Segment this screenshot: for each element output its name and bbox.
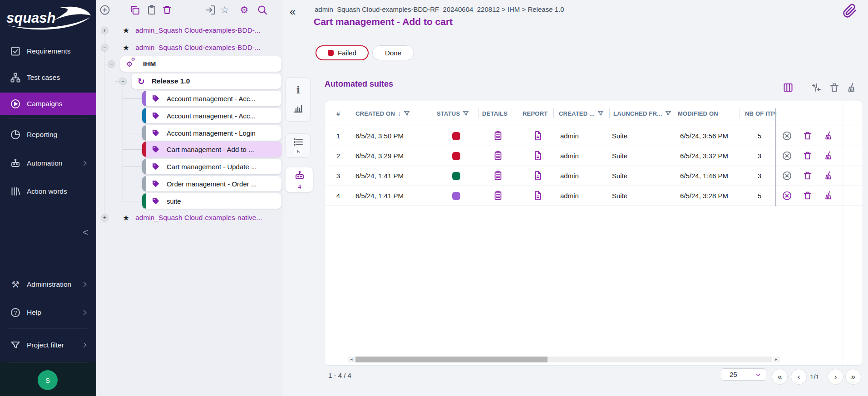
table-row[interactable]: 3 6/5/24, 1:41 PM admin Suite 6/5/24, 1:…: [325, 166, 863, 186]
page-size-select[interactable]: 25: [721, 368, 766, 381]
sidebar-item-project-filter[interactable]: Project filter: [0, 334, 96, 356]
clean-row-button[interactable]: [823, 171, 834, 181]
sidebar-item-requirements[interactable]: Requirements: [0, 40, 96, 62]
column-header-modified-on[interactable]: MODIFIED ON: [678, 101, 718, 126]
sort-desc-icon[interactable]: ↓: [398, 110, 401, 117]
table-row[interactable]: 2 6/5/24, 3:29 PM admin Suite 6/5/24, 3:…: [325, 146, 863, 166]
broom-clean-icon[interactable]: [846, 82, 857, 93]
tree-node-suite[interactable]: Account management - Acc...: [142, 91, 281, 106]
tree-node-iteration[interactable]: ↻ Release 1.0: [132, 73, 281, 89]
next-page-button[interactable]: ›: [828, 369, 843, 385]
delete-suites-icon[interactable]: [829, 82, 840, 93]
breadcrumb[interactable]: admin_Squash Cloud-examples-BDD-RF_20240…: [315, 5, 564, 13]
clean-row-button[interactable]: [823, 151, 834, 161]
prev-page-button[interactable]: ‹: [791, 369, 807, 385]
tree-node-folder[interactable]: ⚙⚙ IHM: [120, 56, 281, 72]
list-tab[interactable]: [293, 137, 304, 147]
tree-expander[interactable]: +: [101, 214, 108, 222]
stop-execution-button[interactable]: [781, 151, 792, 161]
favorite-toolbar-icon[interactable]: ☆: [219, 5, 230, 15]
details-button[interactable]: [493, 131, 503, 142]
stop-execution-button[interactable]: [781, 171, 792, 181]
tree-node-project[interactable]: ★ admin_Squash Cloud-examples-BDD-...: [110, 40, 261, 55]
tree-node-suite[interactable]: Account management - Login: [142, 125, 281, 141]
stop-execution-button[interactable]: [781, 131, 792, 142]
clean-row-button[interactable]: [823, 131, 834, 142]
clean-row-button[interactable]: [823, 191, 834, 201]
robot-tab-badge: 4: [286, 184, 314, 190]
add-node-button[interactable]: [99, 5, 110, 15]
status-done-button[interactable]: Done: [372, 45, 414, 60]
report-button[interactable]: [533, 131, 543, 142]
column-header-created-by[interactable]: CREATED ...: [559, 101, 604, 126]
report-button[interactable]: [533, 151, 543, 161]
column-header-details[interactable]: DETAILS: [482, 101, 508, 126]
filter-funnel-icon[interactable]: [665, 110, 671, 117]
delete-button[interactable]: [162, 5, 173, 15]
details-button[interactable]: [493, 171, 503, 181]
tree-node-project[interactable]: ★ admin_Squash Cloud-examples-BDD-...: [110, 23, 261, 38]
tree-node-suite[interactable]: Account management - Acc...: [142, 108, 281, 123]
first-page-button[interactable]: «: [772, 369, 788, 385]
table-row[interactable]: 4 6/5/24, 1:41 PM admin Suite 6/5/24, 3:…: [325, 186, 863, 206]
table-row[interactable]: 1 6/5/24, 3:50 PM admin Suite 6/5/24, 3:…: [325, 126, 863, 146]
robot-tab[interactable]: [294, 170, 305, 181]
export-button[interactable]: [205, 5, 216, 15]
scrollbar-left-arrow[interactable]: ◄: [348, 357, 355, 362]
horizontal-scrollbar-thumb[interactable]: [355, 357, 547, 362]
chart-tab[interactable]: [293, 103, 304, 114]
tree-node-suite-selected[interactable]: Cart management - Add to ...: [142, 142, 281, 157]
filter-funnel-icon[interactable]: [597, 110, 604, 117]
filter-funnel-icon[interactable]: [404, 110, 410, 117]
info-tab[interactable]: i: [293, 84, 304, 95]
status-failed-button[interactable]: Failed: [316, 45, 369, 60]
delete-row-button[interactable]: [802, 191, 813, 201]
tree-node-suite[interactable]: suite: [142, 193, 281, 209]
column-header-report[interactable]: REPORT: [523, 101, 547, 126]
sidebar-item-test-cases[interactable]: Test cases: [0, 67, 96, 88]
favorite-star-icon[interactable]: ★: [123, 43, 129, 53]
favorite-star-icon[interactable]: ★: [123, 213, 129, 223]
attachments-paperclip-icon[interactable]: [843, 4, 857, 18]
user-avatar[interactable]: S: [38, 370, 58, 390]
tree-expander[interactable]: −: [108, 60, 115, 68]
stop-execution-button[interactable]: [781, 191, 792, 201]
sidebar-item-administration[interactable]: ⚒ Administration: [0, 274, 96, 295]
tree-node-suite[interactable]: Order management - Order ...: [142, 176, 281, 191]
settings-gear-icon[interactable]: ⚙: [239, 5, 250, 15]
search-icon[interactable]: [257, 5, 268, 15]
report-button[interactable]: [533, 171, 543, 181]
tree-expander[interactable]: −: [101, 44, 108, 52]
favorite-star-icon[interactable]: ★: [123, 26, 129, 35]
columns-icon[interactable]: [783, 82, 794, 93]
delete-row-button[interactable]: [802, 171, 813, 181]
sidebar-item-reporting[interactable]: Reporting: [0, 124, 96, 146]
column-header-launched-from[interactable]: LAUNCHED FR...: [613, 101, 671, 126]
column-header-nb-itpi[interactable]: NB OF ITPI: [745, 101, 777, 126]
sidebar-collapse-chevron[interactable]: <: [83, 227, 88, 238]
collapse-panel-chevrons[interactable]: «: [290, 5, 296, 18]
column-header-num[interactable]: #: [333, 101, 343, 126]
details-button[interactable]: [493, 191, 503, 201]
tree-node-suite[interactable]: Cart management - Update ...: [142, 159, 281, 174]
copy-button[interactable]: [129, 5, 140, 15]
column-header-created-on[interactable]: CREATED ON ↓: [355, 101, 410, 126]
sidebar-item-action-words[interactable]: Action words: [0, 181, 96, 202]
filter-funnel-icon[interactable]: [463, 110, 469, 117]
paste-button[interactable]: [146, 5, 157, 15]
tree-node-project[interactable]: ★ admin_Squash Cloud-examples-native...: [110, 210, 262, 225]
sidebar-item-automation[interactable]: Automation: [0, 152, 96, 174]
report-button[interactable]: [533, 191, 543, 201]
details-button[interactable]: [493, 151, 503, 161]
trash-icon: [803, 191, 813, 200]
tree-expander[interactable]: +: [101, 27, 108, 34]
last-page-button[interactable]: »: [845, 369, 861, 385]
column-settings-icon[interactable]: [811, 82, 822, 93]
sidebar-item-campaigns[interactable]: Campaigns: [0, 93, 96, 115]
scrollbar-right-arrow[interactable]: ►: [773, 357, 780, 362]
delete-row-button[interactable]: [802, 131, 813, 142]
sidebar-item-help[interactable]: ? Help: [0, 302, 96, 323]
column-header-status[interactable]: STATUS: [437, 101, 469, 126]
tree-expander[interactable]: −: [119, 78, 127, 85]
delete-row-button[interactable]: [802, 151, 813, 161]
